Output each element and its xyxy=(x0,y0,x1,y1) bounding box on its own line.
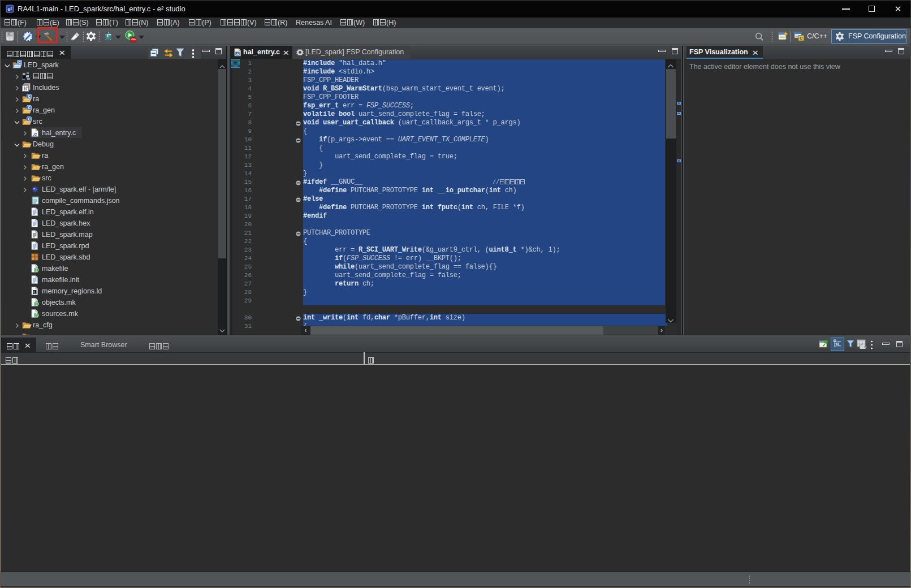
svg-text:C: C xyxy=(28,117,31,121)
svg-text:10: 10 xyxy=(24,73,28,76)
svg-text:e²: e² xyxy=(7,6,12,12)
svg-text:C: C xyxy=(28,94,31,98)
svg-text:.c: .c xyxy=(33,131,37,137)
svg-text:L: L xyxy=(33,290,36,294)
svg-text:C: C xyxy=(28,106,31,110)
svg-text:C: C xyxy=(18,60,21,64)
svg-text:C: C xyxy=(800,36,803,41)
